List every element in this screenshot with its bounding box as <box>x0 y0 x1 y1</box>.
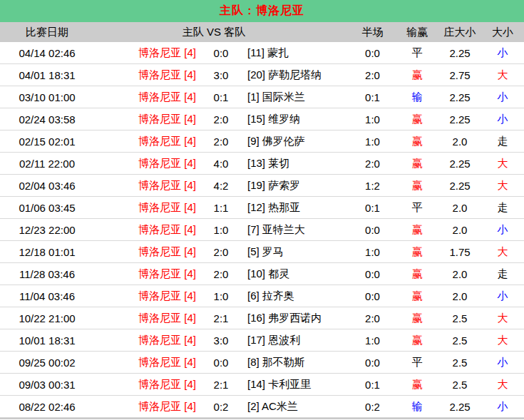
home-team[interactable]: 博洛尼亚 [4] <box>100 201 196 215</box>
odds-value: 2.25 <box>438 180 481 192</box>
table-bottom-border <box>0 418 524 419</box>
result-label: 平 <box>396 46 438 60</box>
home-team[interactable]: 博洛尼亚 [4] <box>100 267 196 281</box>
away-team[interactable]: [8] 那不勒斯 <box>246 356 349 369</box>
home-team[interactable]: 博洛尼亚 [4] <box>100 113 196 126</box>
home-team[interactable]: 博洛尼亚 [4] <box>100 245 196 259</box>
match-date: 08/22 02:46 <box>0 401 100 413</box>
ou-label: 大 <box>481 179 524 193</box>
result-label: 平 <box>396 356 438 369</box>
full-score: 1:0 <box>196 290 246 302</box>
match-date: 10/01 18:31 <box>0 334 100 347</box>
match-date: 10/22 21:00 <box>0 312 100 324</box>
col-header-date: 比赛日期 <box>0 26 100 39</box>
home-team[interactable]: 博洛尼亚 [4] <box>100 91 196 104</box>
result-label: 赢 <box>396 113 438 126</box>
away-team[interactable]: [12] 热那亚 <box>246 201 349 215</box>
home-team[interactable]: 博洛尼亚 [4] <box>100 68 196 82</box>
result-label: 赢 <box>396 223 438 237</box>
odds-value: 2.0 <box>438 135 481 148</box>
away-team[interactable]: [1] 国际米兰 <box>246 91 349 104</box>
away-team[interactable]: [19] 萨索罗 <box>246 179 349 193</box>
full-score: 2:1 <box>196 312 246 324</box>
table-row: 04/14 02:46 博洛尼亚 [4] 0:0 [11] 蒙扎 0:0 平 2… <box>0 42 524 64</box>
match-date: 02/15 02:01 <box>0 135 100 148</box>
table-row: 10/01 18:31 博洛尼亚 [4] 3:0 [17] 恩波利 1:0 赢 … <box>0 329 524 352</box>
away-team[interactable]: [17] 恩波利 <box>246 334 349 347</box>
match-date: 11/04 03:46 <box>0 290 100 302</box>
home-team[interactable]: 博洛尼亚 [4] <box>100 312 196 325</box>
home-team[interactable]: 博洛尼亚 [4] <box>100 179 196 193</box>
ou-label: 走 <box>481 267 524 281</box>
col-header-match: 主队 VS 客队 <box>100 26 349 39</box>
odds-value: 2.0 <box>438 224 481 236</box>
result-label: 赢 <box>396 312 438 325</box>
home-team[interactable]: 博洛尼亚 [4] <box>100 157 196 170</box>
odds-value: 2.25 <box>438 158 481 170</box>
away-team[interactable]: [20] 萨勒尼塔纳 <box>246 68 349 82</box>
match-date: 04/01 18:31 <box>0 69 100 81</box>
odds-value: 2.0 <box>438 202 481 214</box>
table-row: 12/18 01:01 博洛尼亚 [4] 2:0 [5] 罗马 1:0 赢 1.… <box>0 241 524 263</box>
ou-label: 小 <box>481 91 524 104</box>
table-row: 11/28 03:46 博洛尼亚 [4] 2:0 [10] 都灵 0:0 赢 2… <box>0 263 524 285</box>
full-score: 3:0 <box>196 334 246 347</box>
ou-label: 大 <box>481 68 524 82</box>
away-team[interactable]: [11] 蒙扎 <box>246 46 349 60</box>
home-team[interactable]: 博洛尼亚 [4] <box>100 46 196 60</box>
ou-label: 小 <box>481 356 524 369</box>
ou-label: 小 <box>481 290 524 303</box>
half-score: 1:0 <box>349 113 396 126</box>
full-score: 2:0 <box>196 268 246 280</box>
home-team[interactable]: 博洛尼亚 [4] <box>100 223 196 237</box>
half-score: 1:2 <box>349 180 396 192</box>
home-team[interactable]: 博洛尼亚 [4] <box>100 135 196 148</box>
full-score: 1:1 <box>196 202 246 214</box>
ou-label: 大 <box>481 334 524 347</box>
full-score: 0:1 <box>196 91 246 103</box>
away-team[interactable]: [6] 拉齐奥 <box>246 290 349 303</box>
away-team[interactable]: [13] 莱切 <box>246 157 349 170</box>
half-score: 0:1 <box>349 91 396 103</box>
ou-label: 走 <box>481 201 524 215</box>
result-label: 赢 <box>396 157 438 170</box>
half-score: 0:0 <box>349 357 396 369</box>
odds-value: 2.5 <box>438 334 481 347</box>
table-row: 11/04 03:46 博洛尼亚 [4] 1:0 [6] 拉齐奥 0:0 赢 2… <box>0 285 524 307</box>
half-score: 0:1 <box>349 202 396 214</box>
full-score: 2:0 <box>196 246 246 258</box>
ou-label: 大 <box>481 157 524 170</box>
table-row: 02/04 03:46 博洛尼亚 [4] 4:2 [19] 萨索罗 1:2 赢 … <box>0 175 524 197</box>
away-team[interactable]: [5] 罗马 <box>246 245 349 259</box>
away-team[interactable]: [9] 佛罗伦萨 <box>246 135 349 148</box>
away-team[interactable]: [16] 弗罗西诺内 <box>246 312 349 325</box>
half-score: 1:0 <box>349 135 396 148</box>
ou-label: 小 <box>481 400 524 414</box>
full-score: 4:2 <box>196 180 246 192</box>
half-score: 0:0 <box>349 224 396 236</box>
home-team[interactable]: 博洛尼亚 [4] <box>100 400 196 414</box>
result-label: 赢 <box>396 245 438 259</box>
away-team[interactable]: [2] AC米兰 <box>246 400 349 414</box>
table-row: 02/24 03:58 博洛尼亚 [4] 2:0 [15] 维罗纳 1:0 赢 … <box>0 108 524 130</box>
table-row: 01/06 03:45 博洛尼亚 [4] 1:1 [12] 热那亚 0:1 平 … <box>0 197 524 219</box>
away-team[interactable]: [10] 都灵 <box>246 267 349 281</box>
table-row: 03/10 01:00 博洛尼亚 [4] 0:1 [1] 国际米兰 0:1 输 … <box>0 86 524 108</box>
table-row: 02/15 02:01 博洛尼亚 [4] 2:0 [9] 佛罗伦萨 1:0 赢 … <box>0 130 524 153</box>
home-team[interactable]: 博洛尼亚 [4] <box>100 290 196 303</box>
home-team[interactable]: 博洛尼亚 [4] <box>100 334 196 347</box>
away-team[interactable]: [15] 维罗纳 <box>246 113 349 126</box>
ou-label: 小 <box>481 113 524 126</box>
match-date: 02/11 22:00 <box>0 158 100 170</box>
half-score: 1:0 <box>349 334 396 347</box>
home-team[interactable]: 博洛尼亚 [4] <box>100 356 196 369</box>
table-row: 12/23 22:00 博洛尼亚 [4] 1:0 [7] 亚特兰大 0:0 赢 … <box>0 219 524 241</box>
odds-value: 2.5 <box>438 379 481 391</box>
result-label: 赢 <box>396 179 438 193</box>
away-team[interactable]: [7] 亚特兰大 <box>246 223 349 237</box>
away-team[interactable]: [14] 卡利亚里 <box>246 378 349 391</box>
ou-label: 小 <box>481 223 524 237</box>
home-team[interactable]: 博洛尼亚 [4] <box>100 378 196 391</box>
half-score: 0:2 <box>349 401 396 413</box>
full-score: 3:0 <box>196 69 246 81</box>
